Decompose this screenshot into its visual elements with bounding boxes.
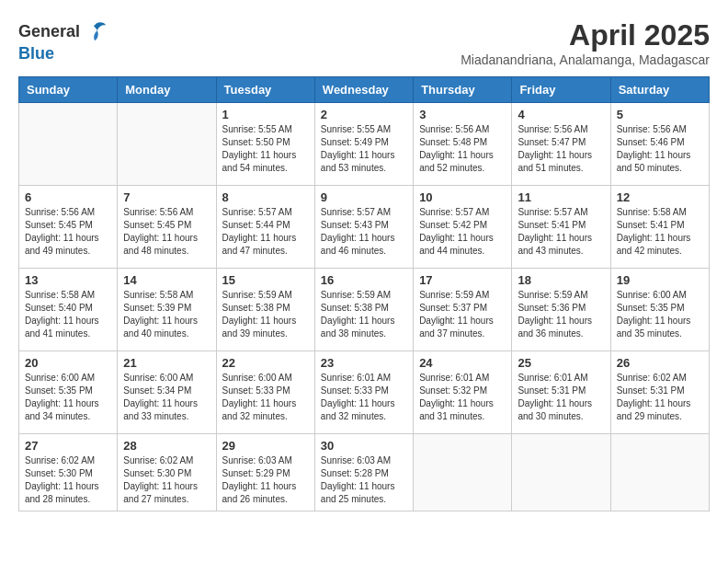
day-info: Sunrise: 6:00 AMSunset: 5:33 PMDaylight:… [222,372,309,423]
calendar-day-cell: 13Sunrise: 5:58 AMSunset: 5:40 PMDayligh… [19,269,118,351]
day-number: 13 [25,273,111,287]
day-info: Sunrise: 6:02 AMSunset: 5:31 PMDaylight:… [617,372,703,423]
calendar-day-cell: 25Sunrise: 6:01 AMSunset: 5:31 PMDayligh… [512,351,610,434]
day-number: 8 [222,190,309,204]
calendar-day-cell: 7Sunrise: 5:56 AMSunset: 5:45 PMDaylight… [118,186,216,269]
calendar-day-cell [512,434,610,511]
logo-general-text: General [18,22,80,41]
day-info: Sunrise: 5:59 AMSunset: 5:36 PMDaylight:… [518,289,604,340]
day-info: Sunrise: 6:02 AMSunset: 5:30 PMDaylight:… [123,454,210,506]
day-info: Sunrise: 6:01 AMSunset: 5:32 PMDaylight:… [419,372,506,423]
calendar-day-cell: 28Sunrise: 6:02 AMSunset: 5:30 PMDayligh… [118,434,216,511]
logo-bird-icon [82,18,108,44]
day-info: Sunrise: 5:56 AMSunset: 5:48 PMDaylight:… [419,123,506,175]
calendar-day-cell: 23Sunrise: 6:01 AMSunset: 5:33 PMDayligh… [314,351,413,434]
calendar-day-cell: 15Sunrise: 5:59 AMSunset: 5:38 PMDayligh… [216,269,314,351]
calendar-day-cell: 14Sunrise: 5:58 AMSunset: 5:39 PMDayligh… [118,269,216,351]
calendar-day-cell: 5Sunrise: 5:56 AMSunset: 5:46 PMDaylight… [610,103,709,186]
calendar-day-cell: 9Sunrise: 5:57 AMSunset: 5:43 PMDaylight… [314,186,413,269]
calendar-day-cell: 26Sunrise: 6:02 AMSunset: 5:31 PMDayligh… [610,351,709,434]
logo: General Blue [18,18,108,63]
day-info: Sunrise: 5:59 AMSunset: 5:37 PMDaylight:… [419,289,506,340]
day-number: 18 [518,273,604,287]
day-number: 20 [25,356,111,370]
day-number: 27 [25,439,111,453]
calendar-day-cell: 16Sunrise: 5:59 AMSunset: 5:38 PMDayligh… [314,269,413,351]
calendar-day-cell: 3Sunrise: 5:56 AMSunset: 5:48 PMDaylight… [414,103,512,186]
calendar-day-cell: 30Sunrise: 6:03 AMSunset: 5:28 PMDayligh… [314,434,413,511]
day-info: Sunrise: 6:02 AMSunset: 5:30 PMDaylight:… [25,454,111,506]
weekday-header-tuesday: Tuesday [216,77,314,103]
day-number: 10 [419,190,506,204]
weekday-header-friday: Friday [512,77,610,103]
calendar-day-cell: 2Sunrise: 5:55 AMSunset: 5:49 PMDaylight… [314,103,413,186]
calendar-day-cell: 27Sunrise: 6:02 AMSunset: 5:30 PMDayligh… [19,434,118,511]
calendar-day-cell: 1Sunrise: 5:55 AMSunset: 5:50 PMDaylight… [216,103,314,186]
title-section: April 2025 Miadanandriana, Analamanga, M… [461,18,710,67]
calendar-day-cell: 18Sunrise: 5:59 AMSunset: 5:36 PMDayligh… [512,269,610,351]
day-info: Sunrise: 5:58 AMSunset: 5:41 PMDaylight:… [617,206,703,258]
day-number: 25 [518,356,604,370]
day-info: Sunrise: 5:57 AMSunset: 5:44 PMDaylight:… [222,206,309,258]
day-info: Sunrise: 5:59 AMSunset: 5:38 PMDaylight:… [222,289,309,340]
calendar-day-cell: 21Sunrise: 6:00 AMSunset: 5:34 PMDayligh… [118,351,216,434]
day-number: 23 [321,356,407,370]
calendar-day-cell [414,434,512,511]
day-info: Sunrise: 5:56 AMSunset: 5:46 PMDaylight:… [617,123,703,175]
day-number: 29 [222,439,309,453]
calendar-day-cell: 17Sunrise: 5:59 AMSunset: 5:37 PMDayligh… [414,269,512,351]
day-number: 24 [419,356,506,370]
day-number: 28 [123,439,210,453]
calendar-day-cell: 8Sunrise: 5:57 AMSunset: 5:44 PMDaylight… [216,186,314,269]
day-number: 9 [321,190,407,204]
day-info: Sunrise: 6:01 AMSunset: 5:33 PMDaylight:… [321,372,407,423]
day-info: Sunrise: 6:03 AMSunset: 5:28 PMDaylight:… [321,454,407,506]
calendar-header-row: SundayMondayTuesdayWednesdayThursdayFrid… [19,77,710,103]
calendar-week-row: 6Sunrise: 5:56 AMSunset: 5:45 PMDaylight… [19,186,710,269]
day-number: 1 [222,108,309,121]
day-info: Sunrise: 5:56 AMSunset: 5:45 PMDaylight:… [25,206,111,258]
calendar-week-row: 1Sunrise: 5:55 AMSunset: 5:50 PMDaylight… [19,103,710,186]
day-number: 4 [518,108,604,121]
day-info: Sunrise: 5:58 AMSunset: 5:39 PMDaylight:… [123,289,210,340]
calendar-week-row: 27Sunrise: 6:02 AMSunset: 5:30 PMDayligh… [19,434,710,511]
calendar-week-row: 20Sunrise: 6:00 AMSunset: 5:35 PMDayligh… [19,351,710,434]
day-info: Sunrise: 5:57 AMSunset: 5:41 PMDaylight:… [518,206,604,258]
calendar-day-cell [610,434,709,511]
day-info: Sunrise: 5:55 AMSunset: 5:49 PMDaylight:… [321,123,407,175]
day-number: 15 [222,273,309,287]
day-info: Sunrise: 6:03 AMSunset: 5:29 PMDaylight:… [222,454,309,506]
day-info: Sunrise: 6:00 AMSunset: 5:35 PMDaylight:… [617,289,703,340]
day-info: Sunrise: 5:57 AMSunset: 5:42 PMDaylight:… [419,206,506,258]
calendar-day-cell: 11Sunrise: 5:57 AMSunset: 5:41 PMDayligh… [512,186,610,269]
location-title: Miadanandriana, Analamanga, Madagascar [461,52,710,67]
day-info: Sunrise: 5:59 AMSunset: 5:38 PMDaylight:… [321,289,407,340]
day-number: 22 [222,356,309,370]
weekday-header-sunday: Sunday [19,77,118,103]
day-info: Sunrise: 5:57 AMSunset: 5:43 PMDaylight:… [321,206,407,258]
calendar-day-cell: 24Sunrise: 6:01 AMSunset: 5:32 PMDayligh… [414,351,512,434]
weekday-header-thursday: Thursday [414,77,512,103]
calendar-day-cell [118,103,216,186]
day-number: 11 [518,190,604,204]
calendar-day-cell: 29Sunrise: 6:03 AMSunset: 5:29 PMDayligh… [216,434,314,511]
day-info: Sunrise: 5:55 AMSunset: 5:50 PMDaylight:… [222,123,309,175]
day-number: 30 [321,439,407,453]
day-number: 7 [123,190,210,204]
calendar-day-cell: 22Sunrise: 6:00 AMSunset: 5:33 PMDayligh… [216,351,314,434]
day-info: Sunrise: 5:56 AMSunset: 5:47 PMDaylight:… [518,123,604,175]
day-number: 2 [321,108,407,121]
day-number: 6 [25,190,111,204]
weekday-header-wednesday: Wednesday [314,77,413,103]
day-number: 26 [617,356,703,370]
day-info: Sunrise: 5:58 AMSunset: 5:40 PMDaylight:… [25,289,111,340]
day-number: 12 [617,190,703,204]
day-number: 17 [419,273,506,287]
day-info: Sunrise: 6:00 AMSunset: 5:35 PMDaylight:… [25,372,111,423]
day-number: 16 [321,273,407,287]
day-info: Sunrise: 6:00 AMSunset: 5:34 PMDaylight:… [123,372,210,423]
weekday-header-monday: Monday [118,77,216,103]
day-number: 21 [123,356,210,370]
calendar-day-cell: 20Sunrise: 6:00 AMSunset: 5:35 PMDayligh… [19,351,118,434]
calendar-day-cell: 10Sunrise: 5:57 AMSunset: 5:42 PMDayligh… [414,186,512,269]
